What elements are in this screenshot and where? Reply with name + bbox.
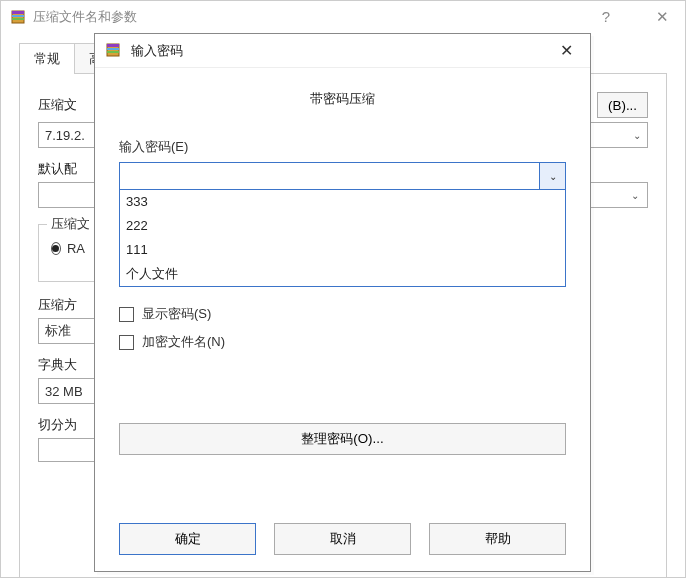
ok-button[interactable]: 确定	[119, 523, 256, 555]
parent-title: 压缩文件名和参数	[33, 8, 591, 26]
rar-icon	[9, 8, 27, 26]
show-password-checkbox[interactable]: 显示密码(S)	[119, 305, 566, 323]
archive-filename-value: 7.19.2.	[45, 128, 85, 143]
parent-close-button[interactable]: ✕	[647, 8, 677, 26]
svg-rect-2	[12, 15, 24, 17]
rar-radio[interactable]: RA	[51, 241, 85, 256]
password-dropdown-button[interactable]: ⌄	[539, 163, 565, 189]
modal-titlebar: 输入密码 ✕	[95, 34, 590, 68]
list-item[interactable]: 222	[120, 214, 565, 238]
tab-general[interactable]: 常规	[19, 43, 75, 74]
checkbox-icon	[119, 307, 134, 322]
password-combobox: ⌄	[119, 162, 566, 190]
list-item[interactable]: 111	[120, 238, 565, 262]
chevron-down-icon: ⌄	[633, 130, 641, 141]
parent-help-button[interactable]: ?	[591, 8, 621, 26]
method-combo[interactable]: 标准	[38, 318, 98, 344]
list-item[interactable]: 个人文件	[120, 262, 565, 286]
password-history-list: 333 222 111 个人文件	[119, 190, 566, 287]
password-dialog: 输入密码 ✕ 带密码压缩 输入密码(E) ⌄ 333 222 111 个人文件 …	[94, 33, 591, 572]
help-button[interactable]: 帮助	[429, 523, 566, 555]
rar-icon	[105, 42, 123, 60]
split-input[interactable]	[38, 438, 98, 462]
modal-title: 输入密码	[131, 42, 552, 60]
encrypt-names-checkbox[interactable]: 加密文件名(N)	[119, 333, 566, 351]
svg-rect-6	[107, 48, 119, 50]
password-label: 输入密码(E)	[119, 138, 566, 156]
rar-radio-label: RA	[67, 241, 85, 256]
chevron-down-icon: ⌄	[549, 171, 557, 182]
show-password-label: 显示密码(S)	[142, 305, 211, 323]
radio-selected-icon	[51, 242, 61, 255]
svg-rect-3	[12, 18, 24, 20]
encrypt-names-label: 加密文件名(N)	[142, 333, 225, 351]
chevron-down-icon: ⌄	[631, 190, 639, 201]
format-legend: 压缩文	[47, 215, 94, 233]
dict-combo[interactable]: 32 MB	[38, 378, 98, 404]
organize-passwords-button[interactable]: 整理密码(O)...	[119, 423, 566, 455]
modal-footer: 确定 取消 帮助	[119, 523, 566, 555]
modal-heading: 带密码压缩	[119, 90, 566, 108]
cancel-button[interactable]: 取消	[274, 523, 411, 555]
format-groupbox: 压缩文 RA	[38, 224, 98, 282]
browse-button[interactable]: (B)...	[597, 92, 648, 118]
svg-rect-1	[12, 11, 24, 14]
method-value: 标准	[45, 322, 71, 340]
checkbox-icon	[119, 335, 134, 350]
password-input[interactable]	[120, 163, 539, 189]
svg-rect-7	[107, 51, 119, 53]
list-item[interactable]: 333	[120, 190, 565, 214]
modal-close-button[interactable]: ✕	[552, 41, 580, 60]
dict-value: 32 MB	[45, 384, 83, 399]
svg-rect-5	[107, 44, 119, 47]
parent-titlebar: 压缩文件名和参数 ? ✕	[1, 1, 685, 33]
